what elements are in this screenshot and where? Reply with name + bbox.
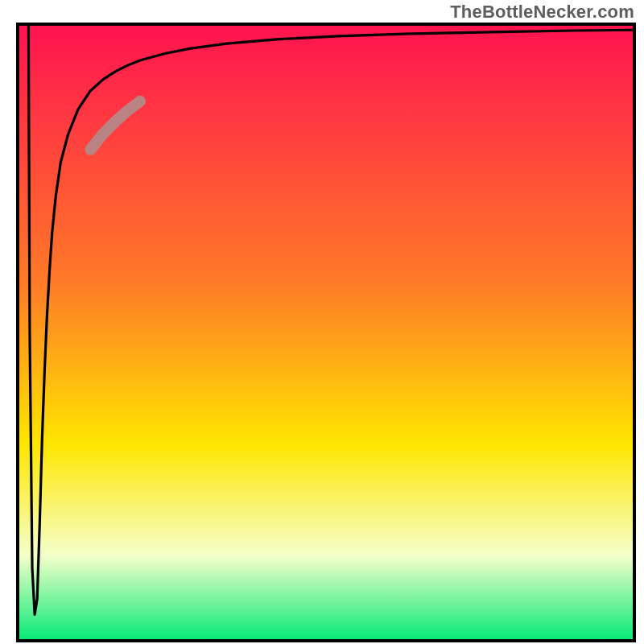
attribution-label: TheBottleNecker.com <box>450 2 634 23</box>
plot-area <box>16 23 636 642</box>
plot-svg <box>16 23 636 642</box>
chart-frame: TheBottleNecker.com <box>0 0 644 644</box>
gradient-bg <box>16 23 636 642</box>
